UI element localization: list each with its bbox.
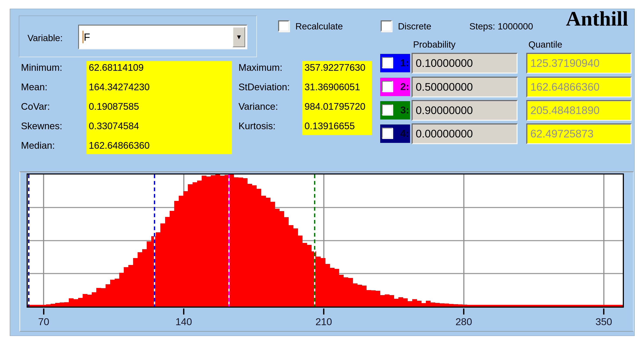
quantile-row-4-tab: 4: <box>380 125 410 143</box>
quantile-row-3-tab: 3: <box>380 101 410 120</box>
x-axis-tick-210 <box>323 308 324 314</box>
discrete-label: Discrete <box>398 21 431 32</box>
histogram-panel: 70140210280350 <box>20 171 634 332</box>
steps-label: Steps: 1000000 <box>469 21 533 32</box>
quantile-value-3: 205.48481890 <box>526 100 632 121</box>
quantile-row-1-checkbox[interactable] <box>382 57 392 68</box>
stat-value-variance: 984.01795720 <box>302 101 365 112</box>
stat-value-kurtosis: 0.13916655 <box>302 121 355 131</box>
chevron-down-icon: ▼ <box>236 33 242 41</box>
x-axis-label-280: 280 <box>456 316 472 327</box>
stat-label-mean: Mean: <box>21 82 90 92</box>
quantile-row-2-checkbox[interactable] <box>382 81 392 92</box>
variable-groupbox: Variable: F ▼ <box>19 16 257 57</box>
dropdown-arrow-button[interactable]: ▼ <box>233 27 245 47</box>
x-axis-tick-350 <box>603 308 604 314</box>
variable-dropdown[interactable]: F ▼ <box>78 25 247 49</box>
stat-label-stdeviation: StDeviation: <box>238 82 308 92</box>
discrete-checkbox[interactable] <box>381 20 392 32</box>
x-axis-label-210: 210 <box>316 316 332 327</box>
quantile-row-4-index: 4: <box>400 128 409 139</box>
stat-value-stdeviation: 31.36906051 <box>302 82 360 92</box>
stat-value-median: 162.64866360 <box>86 140 150 151</box>
histogram-plot[interactable] <box>26 173 624 308</box>
recalculate-checkbox[interactable] <box>278 20 289 32</box>
text-cursor <box>82 31 84 43</box>
x-axis-tick-70 <box>43 308 44 314</box>
probability-input-1[interactable]: 0.10000000 <box>412 53 518 74</box>
quantile-row-2-index: 2: <box>400 81 409 92</box>
probability-input-3[interactable]: 0.90000000 <box>412 100 518 121</box>
recalculate-label: Recalculate <box>296 21 343 32</box>
anthill-window: Variable: F ▼ Recalculate Discrete Steps… <box>0 0 644 344</box>
probability-column-header: Probability <box>413 39 456 50</box>
histogram-svg <box>28 174 623 306</box>
stat-value-covar: 0.19087585 <box>86 101 139 112</box>
x-axis-tick-140 <box>183 308 184 314</box>
x-axis-tick-280 <box>463 308 464 314</box>
quantile-value-2: 162.64866360 <box>526 77 632 97</box>
stat-label-median: Median: <box>21 140 90 151</box>
stat-value-minimum: 62.68114109 <box>86 62 144 73</box>
x-axis-label-70: 70 <box>38 316 49 327</box>
quantile-value-4: 62.49725873 <box>526 123 632 144</box>
variable-label: Variable: <box>28 33 63 43</box>
main-panel: Variable: F ▼ Recalculate Discrete Steps… <box>10 9 635 336</box>
quantile-value-1: 125.37190940 <box>526 53 632 74</box>
stat-value-skewnes: 0.33074584 <box>86 121 139 131</box>
app-brand: Anthill <box>566 7 628 31</box>
stat-label-variance: Variance: <box>238 101 308 112</box>
probability-input-4[interactable]: 0.00000000 <box>412 123 518 144</box>
quantile-column-header: Quantile <box>528 39 562 50</box>
stat-value-mean: 164.34274230 <box>86 82 150 92</box>
quantile-row-3-checkbox[interactable] <box>382 104 392 115</box>
quantile-row-2-tab: 2: <box>380 78 410 96</box>
stat-label-maximum: Maximum: <box>238 62 308 73</box>
x-axis-label-140: 140 <box>176 316 192 327</box>
stat-value-maximum: 357.92277630 <box>302 62 365 73</box>
stat-label-kurtosis: Kurtosis: <box>238 121 308 131</box>
quantile-row-1-tab: 1: <box>380 54 410 72</box>
quantile-row-1-index: 1: <box>400 57 409 69</box>
stat-label-skewnes: Skewnes: <box>21 121 90 131</box>
x-axis-label-350: 350 <box>596 316 612 327</box>
probability-input-2[interactable]: 0.50000000 <box>412 77 518 97</box>
stat-label-minimum: Minimum: <box>21 62 90 73</box>
variable-value: F <box>84 31 90 43</box>
quantile-row-3-index: 3: <box>400 104 409 116</box>
quantile-row-4-checkbox[interactable] <box>382 128 392 138</box>
stat-label-covar: CoVar: <box>21 101 90 112</box>
